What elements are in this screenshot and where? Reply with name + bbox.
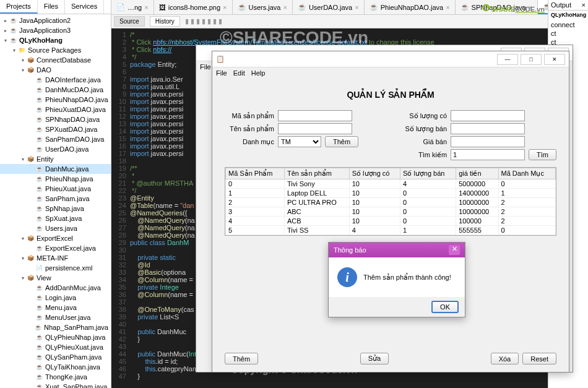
tab-projects[interactable]: Projects: [0, 0, 38, 14]
close-icon[interactable]: ×: [355, 4, 358, 11]
tab-files[interactable]: Files: [38, 0, 65, 14]
input-so-luong-co[interactable]: [451, 110, 525, 121]
tree-item[interactable]: ▾📦META-INF: [0, 253, 111, 263]
tree-item[interactable]: ▾📦ConnectDatabase: [0, 55, 111, 65]
close-icon[interactable]: ×: [223, 4, 227, 11]
ok-button[interactable]: OK: [431, 301, 459, 313]
table-row[interactable]: 5Tivi SS415555550: [226, 226, 556, 235]
table-row[interactable]: 3ABC100100000002: [226, 207, 556, 217]
input-ten-san-pham[interactable]: [278, 123, 352, 134]
tree-item[interactable]: ☕DAOInterface.java: [0, 75, 111, 85]
minimize-icon[interactable]: —: [497, 54, 518, 65]
input-gia-ban[interactable]: [451, 136, 525, 147]
menu-file[interactable]: File: [216, 69, 227, 77]
source-btn[interactable]: Source: [114, 16, 145, 27]
them-dm-button[interactable]: Thêm: [325, 136, 358, 147]
editor-tab[interactable]: ☕Users.java×: [233, 0, 293, 14]
tree-item[interactable]: ▾📦ExportExcel: [0, 233, 111, 243]
table-header[interactable]: Số lượng có: [349, 168, 400, 179]
tree-item[interactable]: ▾📦View: [0, 273, 111, 283]
tree-item[interactable]: ☕MenuUser.java: [0, 313, 111, 322]
tree-item[interactable]: ☕UserDAO.java: [0, 144, 111, 154]
label-gia: Giá bán: [397, 138, 447, 145]
table-header[interactable]: Mã Sản Phẩm: [226, 168, 285, 179]
tree-item[interactable]: ▾☕QLyKhoHang: [0, 35, 111, 45]
tree-item[interactable]: ☕ExportExcel.java: [0, 243, 111, 253]
reset-button[interactable]: Reset: [522, 353, 556, 364]
tree-item[interactable]: ☕QLyPhieuNhap.java: [0, 332, 111, 342]
menu-help[interactable]: Help: [251, 69, 266, 77]
tab-services[interactable]: Services: [65, 0, 104, 14]
close-icon[interactable]: ×: [582, 1, 586, 9]
tree-item[interactable]: ☕Menu.java: [0, 303, 111, 313]
maximize-icon[interactable]: □: [521, 54, 542, 65]
tree-item[interactable]: ☕Login.java: [0, 293, 111, 303]
tree-item[interactable]: ☕ThongKe.java: [0, 372, 111, 382]
menu-file[interactable]: File: [200, 63, 211, 71]
dialog-titlebar[interactable]: 📋 — □ ✕: [212, 51, 569, 67]
product-dialog: 📋 — □ ✕ File Edit Help QUẢN LÝ SẢN PHẨM …: [212, 51, 569, 373]
table-header[interactable]: Số lượng bán: [400, 168, 456, 179]
input-ma-san-pham[interactable]: [278, 110, 352, 121]
tree-item[interactable]: ☕QLyPhieuXuat.java: [0, 342, 111, 352]
tree-item[interactable]: ☕DanhMuc.java: [0, 164, 111, 174]
tree-item[interactable]: ☕Nhap_SanPham.java: [0, 322, 111, 332]
tree-item[interactable]: ☕SPNhapDAO.java: [0, 114, 111, 124]
tree-item[interactable]: ☕Xuat_SanPham.java: [0, 382, 111, 388]
tree-item[interactable]: ☕Users.java: [0, 223, 111, 233]
tree-item[interactable]: ▾📦DAO: [0, 65, 111, 75]
editor-tab[interactable]: 📄…ng×: [111, 0, 154, 14]
tree-item[interactable]: ☕QLyTaiKhoan.java: [0, 362, 111, 372]
editor-tab[interactable]: ☕UserDAO.java×: [293, 0, 365, 14]
tree-item[interactable]: ☕PhieuXuatDAO.java: [0, 105, 111, 114]
xoa-button[interactable]: Xóa: [491, 353, 519, 364]
table-row[interactable]: 2PC ULTRA PRO100100000002: [226, 198, 556, 207]
them-button[interactable]: Thêm: [225, 353, 258, 364]
project-tree[interactable]: ▸☕JavaApplication2▸☕JavaApplication3▾☕QL…: [0, 14, 111, 388]
tree-item[interactable]: ☕SpNhap.java: [0, 204, 111, 213]
tree-item[interactable]: ☕DanhMucDAO.java: [0, 85, 111, 95]
editor-tab[interactable]: 🖼icons8-home.png×: [154, 0, 233, 14]
label-ma: Mã sản phẩm: [225, 112, 274, 120]
tree-item[interactable]: ☕SpXuat.java: [0, 213, 111, 223]
tree-item[interactable]: ☕PhieuNhap.java: [0, 174, 111, 184]
select-danh-muc[interactable]: TM: [278, 136, 321, 147]
dialog-menubar: File Edit Help: [212, 67, 569, 79]
tree-item[interactable]: ☕SPXuatDAO.java: [0, 124, 111, 134]
tree-item[interactable]: ☕QLySanPham.java: [0, 352, 111, 362]
sua-button[interactable]: Sửa: [360, 353, 389, 364]
tree-item[interactable]: ▾📦Entity: [0, 154, 111, 164]
tree-item[interactable]: ▾📁Source Packages: [0, 45, 111, 55]
output-project: QLyKhoHang: [548, 11, 588, 19]
tree-item[interactable]: ☕AddDanhMuc.java: [0, 283, 111, 293]
tree-item[interactable]: ☕PhieuNhapDAO.java: [0, 95, 111, 105]
tree-item[interactable]: ▸☕JavaApplication2: [0, 15, 111, 25]
input-so-luong-ban[interactable]: [451, 123, 525, 134]
history-btn[interactable]: History: [150, 16, 180, 27]
tree-item[interactable]: ▸☕JavaApplication3: [0, 25, 111, 35]
tim-button[interactable]: Tìm: [529, 149, 556, 160]
tree-item[interactable]: ☕SanPham.java: [0, 194, 111, 204]
table-row[interactable]: 1Laptop DELL100140000001: [226, 189, 556, 198]
tree-item[interactable]: 📄persistence.xml: [0, 263, 111, 273]
sharecode-logo: ⟳SHARECODE.vn: [482, 1, 545, 15]
table-header[interactable]: giá tiền: [456, 168, 498, 179]
source-toolbar: Source History ▮ ▮ ▮ ▮ ▮ ▮ ▮: [111, 15, 588, 28]
close-icon[interactable]: ✕: [449, 245, 460, 255]
label-tim: Tìm kiếm: [397, 151, 447, 159]
close-icon[interactable]: ✕: [544, 54, 565, 65]
table-row[interactable]: 0Tivi Sony10450000000: [226, 179, 556, 189]
table-row[interactable]: 4ACB1001000002: [226, 217, 556, 226]
message-box: Thông báo ✕ i Thêm sản phẩm thành công! …: [328, 242, 465, 317]
table-header[interactable]: Tên sản phẩm: [284, 168, 349, 179]
tree-item[interactable]: ☕PhieuXuat.java: [0, 184, 111, 194]
close-icon[interactable]: ×: [283, 4, 287, 11]
product-table[interactable]: Mã Sản PhẩmTên sản phẩmSố lượng cóSố lượ…: [225, 167, 556, 236]
input-tim-kiem[interactable]: [451, 149, 525, 160]
menu-edit[interactable]: Edit: [233, 69, 245, 77]
table-header[interactable]: Mã Danh Mục: [498, 168, 555, 179]
editor-tab[interactable]: ☕PhieuNhapDAO.java×: [365, 0, 456, 14]
close-icon[interactable]: ×: [144, 4, 148, 11]
tree-item[interactable]: ☕SanPhamDAO.java: [0, 134, 111, 144]
close-icon[interactable]: ×: [446, 4, 449, 11]
